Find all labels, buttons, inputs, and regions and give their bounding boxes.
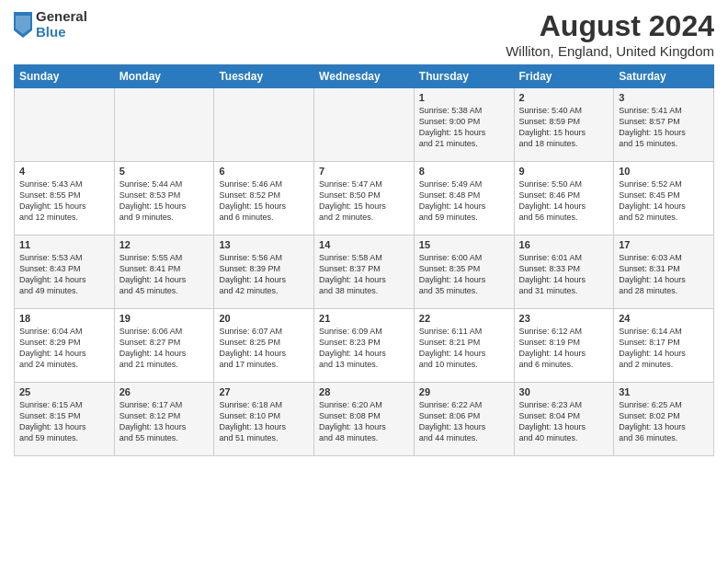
day-cell: 23Sunrise: 6:12 AM Sunset: 8:19 PM Dayli… xyxy=(514,309,614,383)
title-block: August 2024 Williton, England, United Ki… xyxy=(506,9,714,59)
week-row-2: 4Sunrise: 5:43 AM Sunset: 8:55 PM Daylig… xyxy=(15,162,714,236)
day-number: 8 xyxy=(419,166,509,177)
day-number: 14 xyxy=(319,239,409,250)
day-info: Sunrise: 6:11 AM Sunset: 8:21 PM Dayligh… xyxy=(419,326,509,371)
logo-icon xyxy=(14,12,32,38)
day-info: Sunrise: 5:56 AM Sunset: 8:39 PM Dayligh… xyxy=(219,252,309,297)
day-cell: 28Sunrise: 6:20 AM Sunset: 8:08 PM Dayli… xyxy=(314,383,415,456)
logo-blue: Blue xyxy=(36,25,87,40)
col-header-sunday: Sunday xyxy=(15,65,115,88)
day-cell xyxy=(314,88,415,162)
day-cell xyxy=(214,88,314,162)
calendar-table: SundayMondayTuesdayWednesdayThursdayFrid… xyxy=(14,64,714,456)
logo-general: General xyxy=(36,9,87,25)
day-cell: 21Sunrise: 6:09 AM Sunset: 8:23 PM Dayli… xyxy=(314,309,415,383)
week-row-1: 1Sunrise: 5:38 AM Sunset: 9:00 PM Daylig… xyxy=(15,88,714,162)
logo-text: General Blue xyxy=(36,9,87,40)
day-info: Sunrise: 6:00 AM Sunset: 8:35 PM Dayligh… xyxy=(419,252,509,297)
day-number: 7 xyxy=(319,166,409,177)
day-info: Sunrise: 5:50 AM Sunset: 8:46 PM Dayligh… xyxy=(519,178,609,224)
day-info: Sunrise: 5:55 AM Sunset: 8:41 PM Dayligh… xyxy=(119,252,210,297)
col-header-tuesday: Tuesday xyxy=(214,65,314,88)
day-cell: 12Sunrise: 5:55 AM Sunset: 8:41 PM Dayli… xyxy=(114,236,214,309)
day-cell: 14Sunrise: 5:58 AM Sunset: 8:37 PM Dayli… xyxy=(314,236,415,309)
day-number: 3 xyxy=(619,92,709,103)
day-number: 4 xyxy=(19,166,109,177)
day-number: 21 xyxy=(319,313,409,324)
day-cell: 27Sunrise: 6:18 AM Sunset: 8:10 PM Dayli… xyxy=(214,383,314,456)
day-cell: 24Sunrise: 6:14 AM Sunset: 8:17 PM Dayli… xyxy=(614,309,714,383)
day-info: Sunrise: 6:25 AM Sunset: 8:02 PM Dayligh… xyxy=(619,399,709,444)
day-number: 23 xyxy=(519,313,609,324)
day-number: 25 xyxy=(19,386,109,397)
day-cell: 17Sunrise: 6:03 AM Sunset: 8:31 PM Dayli… xyxy=(614,236,714,309)
day-info: Sunrise: 5:58 AM Sunset: 8:37 PM Dayligh… xyxy=(319,252,409,297)
day-cell: 30Sunrise: 6:23 AM Sunset: 8:04 PM Dayli… xyxy=(514,383,614,456)
day-info: Sunrise: 5:43 AM Sunset: 8:55 PM Dayligh… xyxy=(19,178,109,224)
day-info: Sunrise: 5:49 AM Sunset: 8:48 PM Dayligh… xyxy=(419,178,509,224)
day-cell: 25Sunrise: 6:15 AM Sunset: 8:15 PM Dayli… xyxy=(15,383,115,456)
day-cell: 20Sunrise: 6:07 AM Sunset: 8:25 PM Dayli… xyxy=(214,309,314,383)
day-cell: 10Sunrise: 5:52 AM Sunset: 8:45 PM Dayli… xyxy=(614,162,714,236)
day-number: 31 xyxy=(619,386,709,397)
day-number: 26 xyxy=(119,386,210,397)
col-header-thursday: Thursday xyxy=(414,65,514,88)
day-info: Sunrise: 6:12 AM Sunset: 8:19 PM Dayligh… xyxy=(519,326,609,371)
day-cell: 3Sunrise: 5:41 AM Sunset: 8:57 PM Daylig… xyxy=(614,88,714,162)
day-cell: 7Sunrise: 5:47 AM Sunset: 8:50 PM Daylig… xyxy=(314,162,415,236)
day-number: 1 xyxy=(419,92,509,103)
day-cell: 11Sunrise: 5:53 AM Sunset: 8:43 PM Dayli… xyxy=(15,236,115,309)
day-number: 9 xyxy=(519,166,609,177)
day-info: Sunrise: 6:09 AM Sunset: 8:23 PM Dayligh… xyxy=(319,326,409,371)
day-cell: 22Sunrise: 6:11 AM Sunset: 8:21 PM Dayli… xyxy=(414,309,514,383)
col-header-wednesday: Wednesday xyxy=(314,65,415,88)
day-info: Sunrise: 5:53 AM Sunset: 8:43 PM Dayligh… xyxy=(19,252,109,297)
day-number: 19 xyxy=(119,313,210,324)
day-cell: 4Sunrise: 5:43 AM Sunset: 8:55 PM Daylig… xyxy=(15,162,115,236)
day-info: Sunrise: 6:03 AM Sunset: 8:31 PM Dayligh… xyxy=(619,252,709,297)
col-header-friday: Friday xyxy=(514,65,614,88)
day-number: 28 xyxy=(319,386,409,397)
page: General Blue August 2024 Williton, Engla… xyxy=(0,0,728,563)
day-cell: 31Sunrise: 6:25 AM Sunset: 8:02 PM Dayli… xyxy=(614,383,714,456)
day-number: 27 xyxy=(219,386,309,397)
day-cell: 18Sunrise: 6:04 AM Sunset: 8:29 PM Dayli… xyxy=(15,309,115,383)
day-number: 13 xyxy=(219,239,309,250)
day-number: 24 xyxy=(619,313,709,324)
header-row: SundayMondayTuesdayWednesdayThursdayFrid… xyxy=(15,65,714,88)
day-info: Sunrise: 5:41 AM Sunset: 8:57 PM Dayligh… xyxy=(619,105,709,150)
day-info: Sunrise: 6:17 AM Sunset: 8:12 PM Dayligh… xyxy=(119,399,210,444)
day-info: Sunrise: 6:14 AM Sunset: 8:17 PM Dayligh… xyxy=(619,326,709,371)
day-number: 15 xyxy=(419,239,509,250)
day-number: 16 xyxy=(519,239,609,250)
day-cell: 8Sunrise: 5:49 AM Sunset: 8:48 PM Daylig… xyxy=(414,162,514,236)
day-number: 30 xyxy=(519,386,609,397)
day-info: Sunrise: 6:23 AM Sunset: 8:04 PM Dayligh… xyxy=(519,399,609,444)
week-row-4: 18Sunrise: 6:04 AM Sunset: 8:29 PM Dayli… xyxy=(15,309,714,383)
day-info: Sunrise: 5:46 AM Sunset: 8:52 PM Dayligh… xyxy=(219,178,309,224)
day-cell: 29Sunrise: 6:22 AM Sunset: 8:06 PM Dayli… xyxy=(414,383,514,456)
day-info: Sunrise: 6:04 AM Sunset: 8:29 PM Dayligh… xyxy=(19,326,109,371)
subtitle: Williton, England, United Kingdom xyxy=(506,43,714,59)
day-info: Sunrise: 6:22 AM Sunset: 8:06 PM Dayligh… xyxy=(419,399,509,444)
day-info: Sunrise: 5:40 AM Sunset: 8:59 PM Dayligh… xyxy=(519,105,609,150)
day-cell: 6Sunrise: 5:46 AM Sunset: 8:52 PM Daylig… xyxy=(214,162,314,236)
day-number: 2 xyxy=(519,92,609,103)
day-info: Sunrise: 5:52 AM Sunset: 8:45 PM Dayligh… xyxy=(619,178,709,224)
day-number: 29 xyxy=(419,386,509,397)
day-cell: 16Sunrise: 6:01 AM Sunset: 8:33 PM Dayli… xyxy=(514,236,614,309)
day-number: 5 xyxy=(119,166,210,177)
day-info: Sunrise: 5:44 AM Sunset: 8:53 PM Dayligh… xyxy=(119,178,210,224)
day-number: 11 xyxy=(19,239,109,250)
day-info: Sunrise: 6:18 AM Sunset: 8:10 PM Dayligh… xyxy=(219,399,309,444)
day-info: Sunrise: 6:07 AM Sunset: 8:25 PM Dayligh… xyxy=(219,326,309,371)
day-info: Sunrise: 6:15 AM Sunset: 8:15 PM Dayligh… xyxy=(19,399,109,444)
day-cell: 13Sunrise: 5:56 AM Sunset: 8:39 PM Dayli… xyxy=(214,236,314,309)
day-cell: 15Sunrise: 6:00 AM Sunset: 8:35 PM Dayli… xyxy=(414,236,514,309)
header: General Blue August 2024 Williton, Engla… xyxy=(14,9,714,59)
day-cell xyxy=(114,88,214,162)
day-info: Sunrise: 6:20 AM Sunset: 8:08 PM Dayligh… xyxy=(319,399,409,444)
logo: General Blue xyxy=(14,9,87,40)
day-number: 20 xyxy=(219,313,309,324)
day-cell: 5Sunrise: 5:44 AM Sunset: 8:53 PM Daylig… xyxy=(114,162,214,236)
